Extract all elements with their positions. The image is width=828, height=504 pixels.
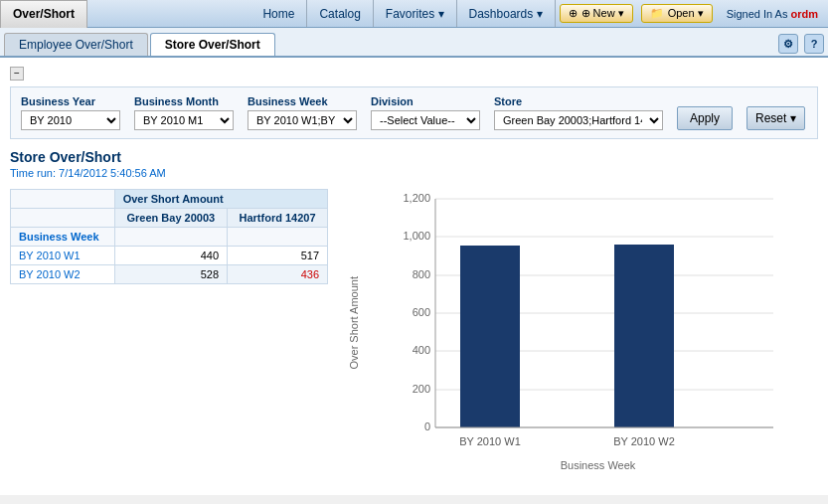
bar-w1-gb	[460, 246, 520, 427]
division-select[interactable]: --Select Value--	[371, 110, 480, 130]
filter-row: Business Year BY 2010 Business Month BY …	[10, 86, 818, 139]
chart-y-label: Over Short Amount	[348, 276, 360, 370]
store-select[interactable]: Green Bay 20003;Hartford 14207	[494, 110, 663, 130]
main-content: − Business Year BY 2010 Business Month B…	[0, 58, 828, 495]
open-button[interactable]: 📁 Open ▾	[641, 4, 713, 23]
svg-text:BY 2010 W1: BY 2010 W1	[459, 435, 521, 447]
nav-links: Home Catalog Favorites ▾ Dashboards ▾ ⊕ …	[250, 0, 828, 27]
filter-business-year: Business Year BY 2010	[21, 95, 120, 130]
signed-in-area: Signed In As ordm	[717, 8, 828, 20]
filter-division: Division --Select Value--	[371, 95, 480, 130]
business-month-select[interactable]: BY 2010 M1	[134, 110, 234, 130]
content-area: Over Short Amount Green Bay 20003 Hartfo…	[10, 189, 818, 471]
settings-icon[interactable]: ⚙	[778, 34, 798, 54]
chart-x-label: Business Week	[378, 459, 818, 471]
svg-text:1,000: 1,000	[403, 230, 430, 242]
tab-bar-actions: ⚙ ?	[778, 34, 824, 56]
chart-wrap: 1,200 1,000 800 600 400 200 0	[396, 189, 783, 457]
nav-home[interactable]: Home	[250, 0, 307, 27]
tab-bar: Employee Over/Short Store Over/Short ⚙ ?	[0, 28, 828, 58]
section-title: Store Over/Short	[10, 149, 818, 165]
table-wrapper: Over Short Amount Green Bay 20003 Hartfo…	[10, 189, 328, 284]
tab-employee-over-short[interactable]: Employee Over/Short	[4, 33, 148, 56]
table-row: BY 2010 W1 440 517	[11, 246, 328, 264]
filter-business-month: Business Month BY 2010 M1	[134, 95, 234, 130]
bar-w2	[614, 245, 674, 427]
help-icon[interactable]: ?	[804, 34, 824, 54]
nav-catalog[interactable]: Catalog	[307, 0, 373, 27]
svg-text:BY 2010 W2: BY 2010 W2	[613, 435, 675, 447]
svg-text:800: 800	[413, 268, 430, 280]
week-link-1[interactable]: BY 2010 W1	[11, 246, 115, 264]
cell-w1-c1: 440	[114, 246, 227, 264]
collapse-button[interactable]: −	[10, 67, 24, 81]
chart-container: Over Short Amount 1,200	[348, 189, 818, 471]
table-empty-corner	[11, 208, 115, 227]
table-col1-header: Green Bay 20003	[114, 208, 227, 227]
new-button[interactable]: ⊕ ⊕ New ▾	[560, 4, 633, 23]
cell-w2-c1: 528	[114, 264, 227, 283]
svg-text:600: 600	[413, 306, 430, 318]
table-span-header: Over Short Amount	[114, 189, 327, 208]
nav-favorites[interactable]: Favorites ▾	[374, 0, 457, 27]
time-run: Time run: 7/14/2012 5:40:56 AM	[10, 167, 818, 179]
data-table: Over Short Amount Green Bay 20003 Hartfo…	[10, 189, 328, 284]
svg-text:1,200: 1,200	[403, 192, 430, 204]
cell-w2-c2: 436	[228, 264, 328, 283]
filter-business-week: Business Week BY 2010 W1;BY 2	[248, 95, 357, 130]
apply-button[interactable]: Apply	[677, 106, 733, 130]
week-link-2[interactable]: BY 2010 W2	[11, 264, 115, 283]
nav-dashboards[interactable]: Dashboards ▾	[457, 0, 556, 27]
svg-text:0: 0	[424, 420, 430, 432]
svg-text:200: 200	[413, 383, 430, 395]
table-col2-header: Hartford 14207	[228, 208, 328, 227]
business-week-select[interactable]: BY 2010 W1;BY 2	[248, 110, 357, 130]
reset-button[interactable]: Reset ▾	[746, 106, 805, 130]
svg-text:400: 400	[413, 344, 430, 356]
top-nav: Over/Short Home Catalog Favorites ▾ Dash…	[0, 0, 828, 28]
bar-chart: 1,200 1,000 800 600 400 200 0	[396, 189, 783, 457]
business-year-select[interactable]: BY 2010	[21, 110, 120, 130]
cell-w1-c2: 517	[228, 246, 328, 264]
tab-store-over-short[interactable]: Store Over/Short	[150, 33, 275, 56]
app-title: Over/Short	[0, 0, 87, 28]
table-row-header-label: Business Week	[11, 227, 115, 246]
filter-store: Store Green Bay 20003;Hartford 14207	[494, 95, 663, 130]
table-row: BY 2010 W2 528 436	[11, 264, 328, 283]
